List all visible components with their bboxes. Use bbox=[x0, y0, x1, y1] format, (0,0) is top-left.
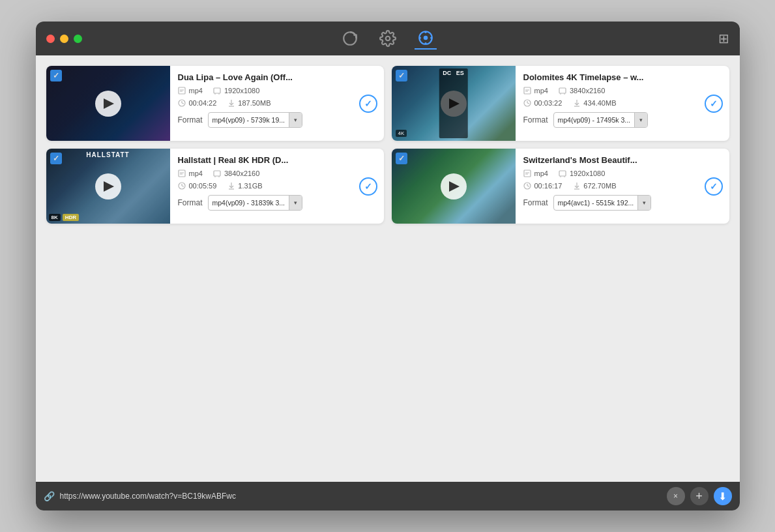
check-icon[interactable]: ✓ bbox=[359, 177, 377, 196]
download-size-icon bbox=[227, 181, 235, 190]
svg-line-38 bbox=[182, 186, 184, 186]
format-value: mp4 bbox=[534, 87, 548, 95]
video-title: Dolomites 4K Timelapse – w... bbox=[523, 72, 693, 82]
check-icon[interactable]: ✓ bbox=[705, 177, 723, 196]
format-row: Format mp4(vp09) - 17495k 3... ▾ bbox=[523, 112, 722, 128]
svg-rect-41 bbox=[524, 170, 531, 177]
format-value: mp4 bbox=[189, 87, 203, 95]
minimize-button[interactable] bbox=[60, 35, 68, 43]
svg-rect-33 bbox=[214, 171, 220, 176]
duration-meta: 00:03:22 bbox=[523, 98, 563, 107]
clock-icon bbox=[523, 98, 532, 107]
svg-point-3 bbox=[423, 36, 428, 40]
titlebar: ⊞ bbox=[36, 22, 740, 55]
add-button[interactable]: + bbox=[690, 487, 709, 505]
clear-button[interactable]: × bbox=[667, 487, 685, 505]
format-option-text: mp4(vp09) - 5739k 19... bbox=[209, 116, 289, 124]
download-button[interactable]: ⬇ bbox=[714, 487, 732, 505]
video-meta: mp4 3840x2160 bbox=[178, 169, 376, 177]
format-meta: mp4 bbox=[178, 169, 203, 177]
svg-point-5 bbox=[424, 42, 426, 44]
format-row: Format mp4(vp09) - 5739k 19... ▾ bbox=[178, 112, 376, 128]
resolution-icon bbox=[213, 86, 222, 95]
nav-icons bbox=[339, 27, 437, 50]
quality-badge: DC ES bbox=[439, 68, 468, 138]
clock-icon bbox=[178, 98, 186, 107]
resolution-value: 3840x2160 bbox=[570, 87, 605, 95]
format-option-text: mp4(vp09) - 31839k 3... bbox=[209, 199, 289, 207]
svg-rect-30 bbox=[179, 170, 185, 177]
bottombar: 🔗 × + ⬇ bbox=[36, 482, 740, 510]
refresh-icon[interactable] bbox=[339, 27, 361, 50]
video-meta: mp4 3840x2160 bbox=[523, 86, 722, 95]
thumbnail: DC ES 4K bbox=[392, 66, 516, 141]
download-size-icon bbox=[572, 98, 581, 107]
clock-icon bbox=[523, 181, 532, 190]
url-input[interactable] bbox=[60, 492, 662, 501]
svg-rect-44 bbox=[559, 171, 566, 176]
duration-value: 00:03:22 bbox=[534, 99, 563, 107]
content-area: Dua Lipa – Love Again (Off... mp4 bbox=[36, 55, 740, 482]
video-card: Switzerland's Most Beautif... mp4 bbox=[392, 149, 729, 224]
format-meta: mp4 bbox=[178, 86, 203, 95]
maximize-button[interactable] bbox=[74, 35, 82, 43]
format-label: Format bbox=[523, 198, 548, 207]
play-button[interactable] bbox=[95, 173, 121, 200]
quality-badges: 8K HDR bbox=[49, 214, 80, 221]
svg-line-49 bbox=[527, 186, 529, 186]
download-icon bbox=[227, 98, 235, 107]
settings-icon[interactable] bbox=[377, 27, 399, 50]
close-button[interactable] bbox=[46, 35, 55, 43]
dropdown-arrow: ▾ bbox=[637, 195, 651, 211]
format-option-text: mp4(avc1) - 5515k 192... bbox=[554, 199, 638, 207]
play-button[interactable] bbox=[441, 173, 467, 200]
video-info: Hallstatt | Real 8K HDR (D... mp4 bbox=[170, 149, 384, 224]
format-option-text: mp4(vp09) - 17495k 3... bbox=[554, 116, 634, 124]
format-row: Format mp4(vp09) - 31839k 3... ▾ bbox=[178, 195, 376, 211]
thumbnail bbox=[46, 66, 170, 141]
format-dropdown[interactable]: mp4(vp09) - 31839k 3... ▾ bbox=[208, 195, 302, 211]
thumbnail: HALLSTATT 8K HDR bbox=[46, 149, 170, 224]
play-button[interactable] bbox=[95, 91, 121, 117]
check-icon[interactable]: ✓ bbox=[359, 95, 377, 113]
format-dropdown[interactable]: mp4(vp09) - 17495k 3... ▾ bbox=[553, 112, 648, 128]
video-info: Dua Lipa – Love Again (Off... mp4 bbox=[170, 66, 384, 141]
video-card: Dua Lipa – Love Again (Off... mp4 bbox=[46, 66, 384, 141]
play-overlay bbox=[46, 149, 170, 224]
video-title: Hallstatt | Real 8K HDR (D... bbox=[178, 155, 347, 165]
video-meta: mp4 1920x1080 bbox=[523, 169, 722, 177]
format-row: Format mp4(avc1) - 5515k 192... ▾ bbox=[523, 195, 722, 211]
grid-view-icon[interactable]: ⊞ bbox=[718, 31, 729, 46]
video-card: HALLSTATT 8K HDR Hallstatt | Real 8K HDR… bbox=[46, 149, 384, 224]
size-meta: 434.40MB bbox=[572, 98, 616, 107]
dropdown-arrow: ▾ bbox=[289, 112, 302, 128]
duration-meta: 00:04:22 bbox=[178, 98, 217, 107]
hdr-badge: HDR bbox=[63, 214, 79, 221]
format-label: Format bbox=[523, 115, 548, 125]
dropdown-arrow: ▾ bbox=[634, 112, 647, 128]
svg-rect-11 bbox=[214, 88, 220, 93]
video-meta-2: 00:03:22 434.40MB bbox=[523, 98, 722, 107]
resolution-icon bbox=[213, 169, 222, 177]
video-title: Switzerland's Most Beautif... bbox=[523, 155, 693, 165]
traffic-lights bbox=[46, 35, 82, 43]
format-dropdown[interactable]: mp4(avc1) - 5515k 192... ▾ bbox=[553, 195, 652, 211]
check-icon[interactable]: ✓ bbox=[705, 95, 723, 113]
svg-point-4 bbox=[424, 31, 426, 33]
size-meta: 1.31GB bbox=[227, 181, 262, 190]
size-meta: 187.50MB bbox=[227, 98, 271, 107]
video-meta-2: 00:04:22 187.50MB bbox=[178, 98, 376, 107]
media-icon[interactable] bbox=[415, 27, 437, 50]
svg-point-6 bbox=[418, 37, 420, 38]
svg-point-7 bbox=[430, 37, 432, 38]
format-dropdown[interactable]: mp4(vp09) - 5739k 19... ▾ bbox=[208, 112, 302, 128]
url-icon: 🔗 bbox=[44, 491, 55, 501]
duration-meta: 00:16:17 bbox=[523, 181, 563, 190]
format-meta: mp4 bbox=[523, 169, 548, 177]
size-value: 1.31GB bbox=[238, 182, 262, 190]
play-overlay bbox=[46, 66, 170, 141]
format-meta: mp4 bbox=[523, 86, 548, 95]
size-value: 434.40MB bbox=[583, 99, 616, 107]
app-window: ⊞ Dua Lipa – Love Again (Off... bbox=[36, 22, 740, 510]
format-label: Format bbox=[178, 115, 203, 125]
